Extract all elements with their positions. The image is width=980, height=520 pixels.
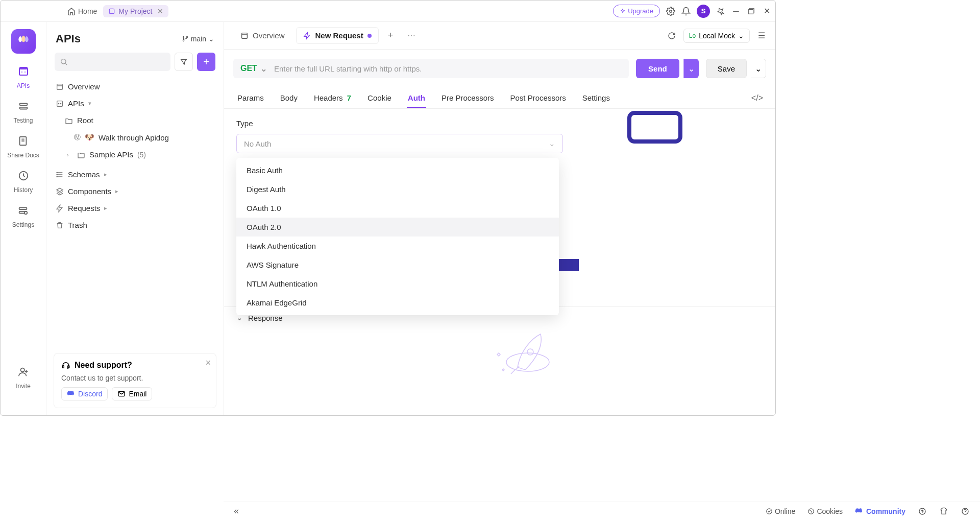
rail-invite[interactable]: Invite xyxy=(16,366,31,390)
avatar-letter: S xyxy=(701,7,706,15)
home-button[interactable]: Home xyxy=(63,5,101,18)
rail-sharedocs[interactable]: Share Docs xyxy=(7,135,39,159)
tree-sample-apis[interactable]: › Sample APIs (5) xyxy=(52,146,218,163)
auth-option-oauth-2-0[interactable]: OAuth 2.0 xyxy=(236,218,559,237)
svg-rect-30 xyxy=(242,33,248,38)
refresh-icon[interactable] xyxy=(667,31,676,40)
rocket-illustration-icon xyxy=(489,332,551,385)
pin-icon[interactable] xyxy=(716,7,725,16)
maximize-icon[interactable] xyxy=(747,7,756,16)
rtab-pre[interactable]: Pre Processors xyxy=(440,93,495,102)
rail-apis-label: APIs xyxy=(17,82,30,89)
tree-overview-label: Overview xyxy=(68,82,100,91)
auth-type-select[interactable]: No Auth ⌄ xyxy=(236,134,563,153)
support-text: Contact us to get support. xyxy=(61,374,209,382)
rail-settings-label: Settings xyxy=(12,221,34,228)
invite-icon xyxy=(18,366,29,381)
tree-components-label: Components xyxy=(68,187,111,196)
branch-label: main xyxy=(191,35,206,43)
url-input[interactable]: Enter the full URL starting with http or… xyxy=(274,64,422,73)
code-icon[interactable]: </> xyxy=(751,93,763,103)
send-button[interactable]: Send xyxy=(636,59,679,78)
add-tab-button[interactable]: + xyxy=(383,27,399,44)
url-input-group: GET ⌄ Enter the full URL starting with h… xyxy=(233,59,629,78)
auth-option-hawk-authentication[interactable]: Hawk Authentication xyxy=(236,237,559,255)
auth-type-dropdown: Basic AuthDigest AuthOAuth 1.0OAuth 2.0H… xyxy=(236,158,559,315)
tree-overview[interactable]: Overview xyxy=(52,78,218,95)
search-input[interactable] xyxy=(55,53,170,71)
rtab-post[interactable]: Post Processors xyxy=(509,93,567,102)
add-button[interactable]: + xyxy=(197,53,215,71)
save-dropdown[interactable]: ⌄ xyxy=(751,59,766,78)
rail-testing[interactable]: Testing xyxy=(13,101,33,124)
chevron-right-icon: › xyxy=(67,152,73,158)
rtab-headers[interactable]: Headers 7 xyxy=(313,93,352,102)
svg-point-24 xyxy=(57,172,57,173)
close-icon[interactable]: ✕ xyxy=(762,7,771,16)
auth-option-digest-auth[interactable]: Digest Auth xyxy=(236,180,559,199)
rail-history[interactable]: History xyxy=(14,170,33,194)
folder-icon xyxy=(77,151,85,159)
tree-requests[interactable]: Requests ▸ xyxy=(52,200,218,217)
svg-point-17 xyxy=(183,40,184,41)
minimize-icon[interactable]: ─ xyxy=(731,7,741,16)
branch-selector[interactable]: main ⌄ xyxy=(182,35,214,43)
tree-apis[interactable]: APIs ▾ xyxy=(52,95,218,112)
email-button[interactable]: Email xyxy=(112,387,152,400)
method-selector[interactable]: GET ⌄ xyxy=(233,64,274,74)
auth-option-oauth-1-0[interactable]: OAuth 1.0 xyxy=(236,199,559,218)
tab-overflow-button[interactable]: ⋯ xyxy=(402,28,421,43)
svg-point-31 xyxy=(506,353,549,371)
discord-button[interactable]: Discord xyxy=(61,387,108,400)
rail-apis[interactable]: APIs xyxy=(17,65,30,89)
sparkle-icon xyxy=(620,8,626,14)
project-tab[interactable]: My Project ✕ xyxy=(103,5,168,17)
auth-option-basic-auth[interactable]: Basic Auth xyxy=(236,161,559,180)
env-prefix: Lo xyxy=(689,32,696,39)
email-label: Email xyxy=(129,390,146,398)
filter-button[interactable] xyxy=(175,53,193,71)
tab-new-request[interactable]: New Request xyxy=(296,27,379,44)
components-icon xyxy=(56,187,64,196)
upgrade-button[interactable]: Upgrade xyxy=(613,5,660,17)
settings-gear-icon[interactable] xyxy=(666,7,675,16)
menu-icon[interactable]: ☰ xyxy=(757,31,766,40)
auth-option-aws-signature[interactable]: AWS Signature xyxy=(236,255,559,274)
settings-icon xyxy=(17,205,29,219)
svg-point-19 xyxy=(61,59,66,64)
tree-trash[interactable]: Trash xyxy=(52,217,218,233)
rtab-settings[interactable]: Settings xyxy=(581,93,611,102)
auth-option-akamai-edgegrid[interactable]: Akamai EdgeGrid xyxy=(236,293,559,312)
send-label: Send xyxy=(648,64,667,73)
tab-overview[interactable]: Overview xyxy=(233,27,292,44)
dog-icon: 🐶 xyxy=(85,133,94,142)
avatar[interactable]: S xyxy=(697,5,710,18)
tree-components[interactable]: Components ▸ xyxy=(52,183,218,200)
caret-icon: ▸ xyxy=(104,171,110,178)
discord-label: Discord xyxy=(78,390,102,398)
project-tab-close[interactable]: ✕ xyxy=(157,7,163,15)
rtab-auth[interactable]: Auth xyxy=(407,93,426,102)
tree-schemas[interactable]: Schemas ▸ xyxy=(52,166,218,183)
save-button[interactable]: Save xyxy=(706,59,747,78)
rtab-body[interactable]: Body xyxy=(279,93,299,102)
send-dropdown[interactable]: ⌄ xyxy=(683,59,699,78)
content: Overview New Request + ⋯ Lo Local Mock ⌄… xyxy=(224,22,775,415)
environment-selector[interactable]: Lo Local Mock ⌄ xyxy=(683,29,750,43)
support-close[interactable]: × xyxy=(205,358,211,368)
auth-type-label: Type xyxy=(236,119,763,128)
bell-icon[interactable] xyxy=(681,7,691,16)
svg-rect-20 xyxy=(57,84,63,89)
caret-icon: ▾ xyxy=(88,100,94,107)
svg-point-26 xyxy=(57,176,57,177)
logo-icon xyxy=(16,34,31,49)
tree-root[interactable]: Root xyxy=(52,112,218,129)
rtab-params[interactable]: Params xyxy=(236,93,265,102)
requests-icon xyxy=(56,204,64,212)
rail-settings[interactable]: Settings xyxy=(12,205,34,228)
rtab-cookie[interactable]: Cookie xyxy=(366,93,393,102)
support-card: × Need support? Contact us to get suppor… xyxy=(54,353,216,408)
tree-walkthrough[interactable]: Ⓜ 🐶 Walk through Apidog xyxy=(52,129,218,146)
auth-option-ntlm-authentication[interactable]: NTLM Authentication xyxy=(236,274,559,293)
apis-group-icon xyxy=(56,100,64,108)
